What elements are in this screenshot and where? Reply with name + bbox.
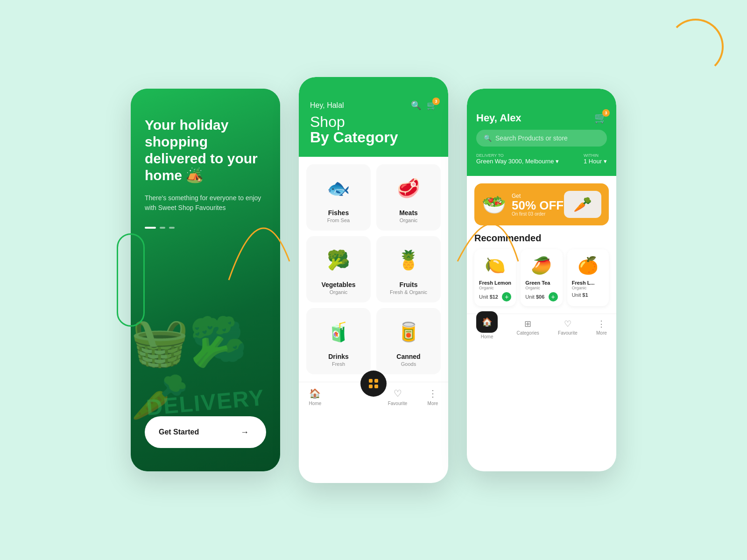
greentea-price-row: Unit $06 + bbox=[525, 292, 557, 301]
within-label: WITHIN bbox=[584, 153, 607, 158]
fab-dot-1 bbox=[369, 379, 373, 383]
more-label: More bbox=[428, 401, 438, 406]
lemon-image: 🍋 bbox=[479, 254, 511, 277]
fishes-name: Fishes bbox=[328, 209, 349, 217]
nav-fab-button[interactable] bbox=[360, 371, 387, 397]
promo-image: 🥗 bbox=[482, 193, 506, 216]
phone3-cart-count: 3 bbox=[602, 109, 610, 117]
second-banner-emoji: 🥕 bbox=[573, 196, 592, 213]
lemon-name: Fresh Lemon bbox=[479, 280, 511, 286]
phone2-icons: 🔍 🛒 3 bbox=[411, 100, 437, 111]
lemon-type: Organic bbox=[479, 286, 511, 290]
category-fishes[interactable]: 🐟 Fishes From Sea bbox=[306, 164, 371, 231]
delivery-address[interactable]: Green Way 3000, Melbourne ▾ bbox=[476, 158, 559, 165]
drinks-name: Drinks bbox=[328, 353, 349, 360]
canned-sub: Goods bbox=[401, 361, 416, 367]
nav3-more[interactable]: ⋮ More bbox=[596, 319, 607, 339]
fresh3-name: Fresh L... bbox=[572, 280, 604, 286]
dot-2 bbox=[160, 227, 165, 229]
dropdown-icon: ▾ bbox=[556, 158, 559, 165]
meats-name: Meats bbox=[399, 209, 418, 217]
fruits-name: Fruits bbox=[400, 281, 418, 288]
delivery-to-section: DELIVERY TO Green Way 3000, Melbourne ▾ bbox=[476, 153, 559, 165]
fab-dots bbox=[369, 379, 378, 388]
page-background: 🧺🥦🥕 DELIVERY Your holiday shopping deliv… bbox=[0, 0, 747, 560]
fruits-image: 🍍 bbox=[390, 244, 427, 276]
drinks-sub: Fresh bbox=[332, 361, 345, 367]
category-drinks[interactable]: 🧃 Drinks Fresh bbox=[306, 308, 371, 374]
delivery-to-label: DELIVERY TO bbox=[476, 153, 559, 158]
search-bar[interactable]: 🔍 Search Products or store bbox=[476, 130, 607, 147]
phone2-navbar: 🏠 Home ♡ Favourite ⋮ More bbox=[299, 382, 448, 413]
phones-container: 🧺🥦🥕 DELIVERY Your holiday shopping deliv… bbox=[131, 77, 616, 483]
greentea-image: 🥭 bbox=[525, 254, 557, 277]
vegetables-name: Vegetables bbox=[321, 281, 355, 288]
second-banner: 🥕 bbox=[564, 191, 601, 218]
within-value[interactable]: 1 Hour ▾ bbox=[584, 158, 607, 165]
dot-3 bbox=[169, 227, 175, 229]
search-icon[interactable]: 🔍 bbox=[411, 100, 421, 111]
fishes-sub: From Sea bbox=[327, 217, 350, 223]
promo-banner[interactable]: 🥗 Get 50% OFF On first 03 order 🥕 bbox=[474, 183, 609, 225]
delivery-bar: DELIVERY TO Green Way 3000, Melbourne ▾ … bbox=[476, 153, 607, 165]
cart-icon[interactable]: 🛒 3 bbox=[427, 100, 437, 111]
product-fresh3[interactable]: 🍊 Fresh L... Organic Unit $1 bbox=[567, 249, 609, 306]
nav-more[interactable]: ⋮ More bbox=[428, 388, 438, 406]
within-dropdown-icon: ▾ bbox=[604, 158, 607, 165]
onboarding-phone: 🧺🥦🥕 DELIVERY Your holiday shopping deliv… bbox=[131, 89, 280, 471]
phone2-greeting: Hey, Halal bbox=[310, 101, 344, 110]
categories-label: Categories bbox=[516, 330, 539, 336]
category-vegetables[interactable]: 🥦 Vegetables Organic bbox=[306, 236, 371, 302]
recommended-title: Recommended bbox=[474, 233, 609, 244]
favourite-label: Favourite bbox=[558, 330, 578, 336]
product-lemon[interactable]: 🍋 Fresh Lemon Organic Unit $12 + bbox=[474, 249, 516, 306]
nav3-favourite[interactable]: ♡ Favourite bbox=[558, 319, 578, 339]
fishes-image: 🐟 bbox=[320, 172, 357, 204]
lemon-add-button[interactable]: + bbox=[502, 292, 511, 301]
nav-home[interactable]: 🏠 Home bbox=[309, 388, 322, 406]
category-grid: 🐟 Fishes From Sea 🥩 Meats Organic 🥦 Vege… bbox=[299, 157, 448, 382]
phone3-cart-icon[interactable]: 🛒 3 bbox=[594, 112, 607, 124]
phone3-body: 🥗 Get 50% OFF On first 03 order 🥕 Recomm… bbox=[467, 176, 616, 314]
lemon-price-row: Unit $12 + bbox=[479, 292, 511, 301]
product-greentea[interactable]: 🥭 Green Tea Organic Unit $06 + bbox=[521, 249, 562, 306]
product-grid: 🍋 Fresh Lemon Organic Unit $12 + 🥭 Green… bbox=[474, 249, 609, 306]
favourite-label: Favourite bbox=[388, 401, 408, 406]
categories-icon: ⊞ bbox=[524, 319, 531, 329]
greentea-name: Green Tea bbox=[525, 280, 557, 286]
canned-name: Canned bbox=[396, 353, 420, 360]
shop-label: Shop bbox=[310, 114, 437, 129]
home-icon: 🏠 bbox=[309, 388, 321, 399]
greentea-price-label: Unit $06 bbox=[525, 294, 544, 300]
greentea-type: Organic bbox=[525, 286, 557, 290]
home-label: Home bbox=[309, 401, 322, 406]
meats-sub: Organic bbox=[400, 217, 418, 223]
phone3-greeting: Hey, Alex bbox=[476, 112, 521, 124]
phone1-subtitle: There's something for everyone to enjoy … bbox=[145, 193, 266, 213]
category-fruits[interactable]: 🍍 Fruits Fresh & Organic bbox=[376, 236, 441, 302]
home-icon: 🏠 bbox=[482, 317, 492, 327]
fruits-sub: Fresh & Organic bbox=[390, 289, 427, 295]
greentea-add-button[interactable]: + bbox=[549, 292, 558, 301]
more-icon: ⋮ bbox=[428, 388, 437, 399]
by-category-label: By Category bbox=[310, 129, 437, 146]
canned-image: 🥫 bbox=[390, 315, 427, 348]
phone2-header: Hey, Halal 🔍 🛒 3 Shop By Category bbox=[299, 77, 448, 157]
nav-favourite[interactable]: ♡ Favourite bbox=[388, 388, 408, 406]
decorative-arc-top bbox=[668, 19, 724, 75]
favourite-icon: ♡ bbox=[564, 319, 571, 329]
lemon-price-label: Unit $12 bbox=[479, 294, 498, 300]
category-meats[interactable]: 🥩 Meats Organic bbox=[376, 164, 441, 231]
home-phone: Hey, Alex 🛒 3 🔍 Search Products or store… bbox=[467, 89, 616, 471]
fab-dot-4 bbox=[374, 385, 378, 388]
category-phone: Hey, Halal 🔍 🛒 3 Shop By Category 🐟 Fish bbox=[299, 77, 448, 483]
search-icon: 🔍 bbox=[484, 134, 492, 142]
fab-dot-3 bbox=[369, 385, 373, 388]
category-canned[interactable]: 🥫 Canned Goods bbox=[376, 308, 441, 374]
phone2-top-row: Hey, Halal 🔍 🛒 3 bbox=[310, 100, 437, 111]
within-section: WITHIN 1 Hour ▾ bbox=[584, 153, 607, 165]
dot-1 bbox=[145, 227, 156, 229]
home-fab[interactable]: 🏠 bbox=[476, 311, 498, 333]
nav3-categories[interactable]: ⊞ Categories bbox=[516, 319, 539, 339]
nav3-home[interactable]: 🏠 Home bbox=[476, 319, 498, 339]
